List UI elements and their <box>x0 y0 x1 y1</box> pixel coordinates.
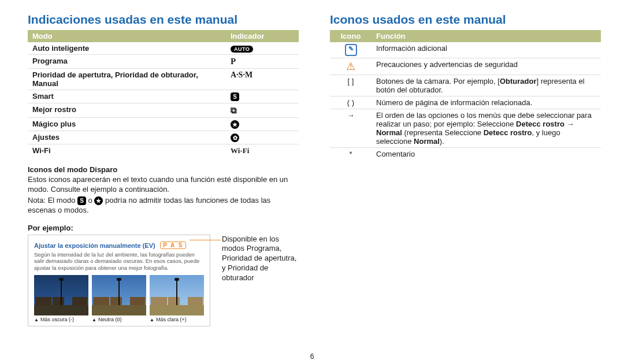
wifi-icon: Wi-Fi <box>226 144 299 158</box>
icons-table: Icono Función ✎ Información adicional ⚠ … <box>330 30 601 160</box>
table-row: Auto inteligenteAUTO <box>28 42 299 55</box>
magic-plus-icon: ★ <box>94 196 103 205</box>
left-heading: Indicaciones usadas en este manual <box>28 13 299 27</box>
p-icon: P <box>226 55 299 69</box>
table-row: ✎ Información adicional <box>330 42 601 58</box>
disparo-note: Nota: El modo S o ★ podría no admitir to… <box>28 196 299 216</box>
example-mode-badge: P A S <box>160 242 186 249</box>
por-ejemplo-label: Por ejemplo: <box>28 224 299 232</box>
th-indicador: Indicador <box>226 30 299 42</box>
right-column: Iconos usados en este manual Icono Funci… <box>330 13 601 326</box>
example-photo-neutral: Neutra (0) <box>92 275 146 322</box>
table-row: SmartS <box>28 90 299 103</box>
example-photo-light: Más clara (+) <box>150 275 204 322</box>
example-block: Ajustar la exposición manualmente (EV) P… <box>28 235 299 327</box>
smart-icon: S <box>77 196 86 205</box>
asterisk-icon: * <box>330 148 372 161</box>
magic-plus-icon: ★ <box>231 120 239 129</box>
table-row: Prioridad de apertutra, Prioridad de obt… <box>28 69 299 90</box>
settings-icon: ✿ <box>231 133 239 142</box>
example-desc: Según la intensidad de la luz del ambien… <box>34 251 204 272</box>
right-heading: Iconos usados en este manual <box>330 13 601 27</box>
subhead-disparo: Iconos del modo Disparo <box>28 165 299 174</box>
best-face-icon: ⧉ <box>231 105 237 115</box>
info-icon: ✎ <box>345 44 357 56</box>
example-photo-dark: Más oscura (-) <box>34 275 88 322</box>
table-row: Mágico plus★ <box>28 118 299 131</box>
table-row: * Comentario <box>330 148 601 161</box>
th-modo: Modo <box>28 30 226 42</box>
th-icono: Icono <box>330 30 372 42</box>
left-column: Indicaciones usadas en este manual Modo … <box>28 13 299 326</box>
parens-icon: ( ) <box>330 96 372 109</box>
brackets-icon: [ ] <box>330 75 372 96</box>
table-row: [ ] Botones de la cámara. Por ejemplo, [… <box>330 75 601 96</box>
example-title: Ajustar la exposición manualmente (EV) <box>34 242 155 249</box>
warning-icon: ⚠ <box>346 60 355 73</box>
table-row: Ajustes✿ <box>28 131 299 144</box>
arrow-icon: → <box>330 109 372 148</box>
page-number: 6 <box>0 352 624 361</box>
example-photos: Más oscura (-) Neutra (0) Más clara (+) <box>34 275 204 322</box>
smart-icon: S <box>231 92 239 101</box>
table-row: ( ) Número de página de información rela… <box>330 96 601 109</box>
asm-icon: A·S·M <box>226 69 299 90</box>
table-row: → El orden de las opciones o los menús q… <box>330 109 601 148</box>
example-snippet: Ajustar la exposición manualmente (EV) P… <box>28 235 210 327</box>
th-funcion: Función <box>372 30 601 42</box>
auto-icon: AUTO <box>231 46 253 53</box>
table-row: Wi-FiWi-Fi <box>28 144 299 158</box>
table-row: Mejor rostro⧉ <box>28 103 299 118</box>
table-row: ProgramaP <box>28 55 299 69</box>
modes-table: Modo Indicador Auto inteligenteAUTO Prog… <box>28 30 299 157</box>
table-row: ⚠ Precauciones y advertencias de segurid… <box>330 58 601 75</box>
example-callout: Disponible en los modos Programa, Priori… <box>222 235 299 327</box>
disparo-desc: Estos iconos aparecerán en el texto cuan… <box>28 175 299 195</box>
